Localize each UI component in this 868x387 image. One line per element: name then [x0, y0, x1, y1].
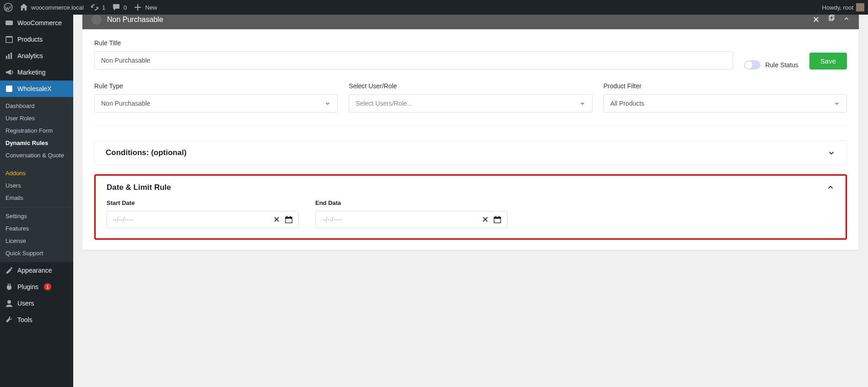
rule-status-toggle[interactable]	[744, 60, 760, 70]
admin-sidebar: WooCommerce Products Analytics Marketing…	[0, 15, 73, 387]
sidebar-item-marketing[interactable]: Marketing	[0, 64, 73, 81]
product-filter-select[interactable]: All Products	[604, 94, 847, 113]
rule-title-label: Rule Title	[94, 39, 733, 47]
sidebar-sub-settings[interactable]: Settings	[0, 210, 73, 222]
svg-rect-13	[286, 217, 292, 219]
sidebar-submenu-wholesalex: Dashboard User Roles Registration Form D…	[0, 97, 73, 262]
sidebar-sub-users[interactable]: Users	[0, 179, 73, 192]
updates-link[interactable]: 1	[90, 3, 105, 12]
updates-count: 1	[102, 4, 105, 11]
collapse-icon[interactable]	[843, 15, 850, 25]
sidebar-sub-emails[interactable]: Emails	[0, 192, 73, 204]
home-icon	[19, 3, 28, 12]
chevron-down-icon	[324, 100, 331, 107]
sidebar-item-products[interactable]: Products	[0, 31, 73, 48]
delete-icon[interactable]: ✕	[813, 15, 819, 25]
svg-point-9	[7, 300, 11, 304]
plugins-icon	[5, 282, 14, 291]
rule-title-input[interactable]	[94, 51, 733, 70]
sidebar-label-woocommerce: WooCommerce	[17, 19, 62, 27]
svg-rect-4	[6, 56, 7, 59]
chevron-down-icon	[579, 100, 586, 107]
rule-toggle-indicator[interactable]	[92, 15, 102, 25]
rule-header-title: Non Purchasable	[107, 16, 163, 24]
chevron-down-icon	[834, 100, 840, 107]
end-date-input[interactable]: --/--/---- ✕	[315, 211, 507, 228]
topbar-left: woocommerce.local 1 0 New	[4, 3, 157, 12]
wp-logo[interactable]	[4, 3, 13, 12]
end-date-placeholder: --/--/----	[321, 216, 342, 223]
date-limit-accordion-header[interactable]: Date & Limit Rule	[96, 176, 846, 199]
sidebar-item-appearance[interactable]: Appearance	[0, 262, 73, 279]
sidebar-item-wholesalex[interactable]: WholesaleX	[0, 81, 73, 97]
new-link[interactable]: New	[133, 3, 157, 12]
svg-rect-3	[6, 36, 12, 38]
rule-panel-header: Non Purchasable ✕	[82, 15, 859, 29]
end-date-calendar-icon[interactable]	[493, 215, 501, 224]
select-user-select[interactable]: Select Users/Role...	[349, 94, 592, 113]
sidebar-sub-dashboard[interactable]: Dashboard	[0, 100, 73, 112]
svg-rect-17	[494, 217, 501, 219]
sidebar-sub-license[interactable]: License	[0, 235, 73, 247]
sidebar-sub-features[interactable]: Features	[0, 222, 73, 235]
sidebar-label-appearance: Appearance	[17, 267, 52, 274]
svg-rect-1	[5, 21, 13, 25]
sidebar-item-users[interactable]: Users	[0, 295, 73, 312]
rule-status-label: Rule Status	[765, 61, 798, 69]
woocommerce-icon	[5, 18, 14, 27]
start-date-calendar-icon[interactable]	[285, 215, 293, 224]
svg-point-8	[11, 267, 12, 269]
sidebar-label-tools: Tools	[17, 316, 32, 323]
svg-rect-15	[290, 216, 291, 218]
sidebar-sub-dynamic-rules[interactable]: Dynamic Rules	[0, 137, 73, 149]
save-button[interactable]: Save	[809, 53, 847, 70]
comments-link[interactable]: 0	[112, 3, 127, 12]
wordpress-icon	[4, 3, 13, 12]
plugins-badge: 1	[44, 283, 51, 290]
sidebar-sub-user-roles[interactable]: User Roles	[0, 112, 73, 124]
product-filter-label: Product Filter	[604, 82, 847, 90]
marketing-icon	[5, 68, 14, 77]
avatar	[856, 3, 864, 11]
sidebar-label-products: Products	[17, 36, 43, 43]
admin-topbar: woocommerce.local 1 0 New Howdy, root	[0, 0, 868, 15]
end-date-label: End Data	[315, 199, 507, 206]
comment-icon	[112, 3, 121, 12]
date-limit-accordion: Date & Limit Rule Start Date --/--/----	[94, 174, 847, 240]
sidebar-item-woocommerce[interactable]: WooCommerce	[0, 15, 73, 31]
sidebar-label-wholesalex: WholesaleX	[17, 85, 52, 92]
select-user-placeholder: Select Users/Role...	[356, 100, 412, 107]
end-date-clear-icon[interactable]: ✕	[482, 215, 489, 225]
products-icon	[5, 35, 14, 44]
sidebar-sub-conversation-quote[interactable]: Conversation & Quote	[0, 149, 73, 161]
site-name: woocommerce.local	[31, 4, 84, 11]
sidebar-label-users: Users	[17, 300, 34, 307]
rule-type-select[interactable]: Non Purchasable	[94, 94, 338, 113]
sidebar-sub-registration-form[interactable]: Registration Form	[0, 124, 73, 137]
sidebar-sub-addons[interactable]: Addons	[0, 167, 73, 179]
start-date-clear-icon[interactable]: ✕	[273, 215, 280, 225]
refresh-icon	[90, 3, 99, 12]
sidebar-item-tools[interactable]: Tools	[0, 312, 73, 328]
svg-rect-11	[830, 15, 834, 20]
svg-rect-19	[499, 216, 500, 218]
svg-rect-6	[11, 53, 12, 59]
conditions-title: Conditions: (optional)	[106, 148, 187, 157]
rule-type-value: Non Purchasable	[101, 100, 150, 107]
date-limit-title: Date & Limit Rule	[107, 183, 171, 192]
start-date-placeholder: --/--/----	[113, 216, 133, 223]
sidebar-label-marketing: Marketing	[17, 69, 45, 76]
appearance-icon	[5, 266, 14, 275]
conditions-accordion-header[interactable]: Conditions: (optional)	[95, 141, 846, 165]
sidebar-sub-quick-support[interactable]: Quick Support	[0, 247, 73, 259]
site-home-link[interactable]: woocommerce.local	[19, 3, 84, 12]
rule-type-label: Rule Type	[94, 82, 338, 90]
rule-panel: Non Purchasable ✕ Rule Title	[82, 15, 859, 250]
topbar-right[interactable]: Howdy, root	[822, 3, 864, 11]
wholesalex-icon	[5, 84, 14, 93]
sidebar-item-analytics[interactable]: Analytics	[0, 48, 73, 64]
start-date-input[interactable]: --/--/---- ✕	[107, 211, 299, 228]
sidebar-item-plugins[interactable]: Plugins 1	[0, 279, 73, 295]
users-icon	[5, 299, 14, 308]
duplicate-icon[interactable]	[828, 15, 835, 25]
